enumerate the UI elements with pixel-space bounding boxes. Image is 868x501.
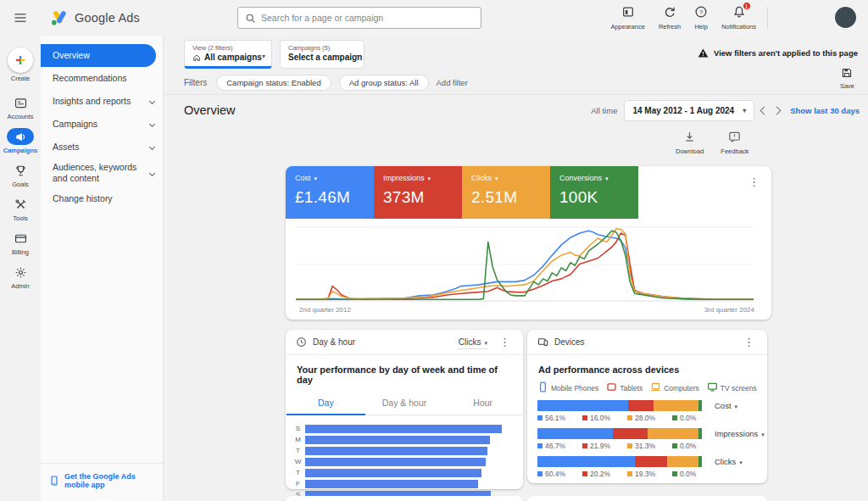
menu-button[interactable] — [0, 10, 41, 25]
metric-tile-cost[interactable]: Cost£1.46M — [286, 166, 374, 219]
add-filter-button[interactable]: Add filter — [437, 78, 469, 87]
appearance-icon — [621, 5, 635, 22]
view-select-value: All campaigns — [204, 53, 262, 62]
devices-stacked-bars: Cost56.1%16.0%28.0%0.0%Impressions46.7%2… — [527, 400, 767, 478]
download-button[interactable]: Download — [676, 131, 704, 155]
phone-icon — [537, 381, 548, 394]
tab-day-hour[interactable]: Day & hour — [365, 392, 444, 415]
day-bar-row: F — [293, 478, 509, 489]
devices-card-title: Devices — [554, 337, 585, 347]
goals-icon — [7, 162, 34, 179]
sidebar-item-change-history[interactable]: Change history — [41, 187, 163, 210]
legend-swatch — [627, 443, 632, 448]
rail-item-tools[interactable]: Tools — [0, 196, 41, 222]
day-label: S — [293, 425, 303, 432]
search-input[interactable] — [261, 13, 474, 23]
overflow-menu-button[interactable]: ⋮ — [497, 335, 513, 349]
device-metric-select[interactable]: Cost — [715, 401, 737, 410]
rail-item-campaigns[interactable]: Campaigns — [0, 128, 41, 154]
previous-range-button[interactable] — [760, 107, 769, 115]
legend-item-tablets[interactable]: Tablets — [606, 381, 643, 394]
legend-label: TV screens — [721, 384, 757, 392]
metric-tile-clicks[interactable]: Clicks2.51M — [462, 166, 550, 219]
topbar-actions: AppearanceRefresh?Help1Notifications — [610, 5, 756, 31]
sidebar-item-assets[interactable]: Assets — [41, 136, 163, 159]
device-row-cost: Cost56.1%16.0%28.0%0.0% — [537, 400, 757, 422]
sidebar-item-campaigns[interactable]: Campaigns — [41, 113, 163, 136]
device-row-clicks: Clicks60.4%20.2%19.3%0.0% — [537, 456, 757, 478]
view-select[interactable]: View (2 filters) All campaigns ▾ — [184, 40, 272, 69]
help-button[interactable]: ?Help — [694, 5, 708, 31]
tab-hour[interactable]: Hour — [443, 392, 522, 415]
day-bar[interactable] — [305, 469, 481, 477]
sidebar-item-audiences-keywords-and-content[interactable]: Audiences, keywords and content — [41, 159, 163, 187]
feedback-label: Feedback — [721, 148, 748, 155]
mobile-app-link[interactable]: Get the Google Ads mobile app — [41, 463, 163, 501]
stacked-bar — [537, 428, 705, 439]
metric-tile-impressions[interactable]: Impressions373M — [374, 166, 462, 219]
day-bar[interactable] — [305, 458, 486, 466]
rail-item-admin[interactable]: Admin — [0, 264, 41, 290]
filter-chip[interactable]: Campaign status: Enabled — [216, 75, 331, 91]
legend-swatch — [537, 415, 542, 420]
overflow-menu-button[interactable]: ⋮ — [745, 175, 763, 189]
day-bar[interactable] — [305, 425, 502, 433]
bar-segment-mobile-phones — [537, 428, 613, 439]
topbar-divider — [767, 7, 768, 29]
legend-item-computers[interactable]: Computers — [650, 381, 699, 394]
overflow-menu-button[interactable]: ⋮ — [741, 335, 757, 349]
accounts-icon — [7, 94, 34, 111]
refresh-button[interactable]: Refresh — [659, 5, 681, 31]
device-metric-select[interactable]: Clicks — [715, 457, 743, 466]
metric-select-dropdown[interactable]: Clicks — [458, 336, 488, 349]
bar-segment-tablets — [635, 456, 667, 467]
filter-chip[interactable]: Ad group status: All — [339, 75, 429, 91]
legend-item-mobile-phones[interactable]: Mobile Phones — [537, 381, 598, 394]
save-button[interactable]: Save — [840, 67, 854, 90]
sidebar-item-insights-and-reports[interactable]: Insights and reports — [41, 90, 163, 113]
device-metric-select[interactable]: Impressions — [715, 429, 765, 438]
next-card-top-edge — [286, 496, 523, 501]
rail-item-label: Goals — [0, 181, 41, 188]
tools-icon — [7, 196, 34, 213]
sidebar-item-recommendations[interactable]: Recommendations — [41, 67, 163, 90]
rail-item-billing[interactable]: Billing — [0, 230, 41, 256]
campaign-select-value: Select a campaign — [288, 53, 362, 62]
sidebar-item-overview[interactable]: Overview — [41, 44, 156, 67]
metric-label: Impressions — [383, 174, 453, 182]
day-of-week-bar-chart: SMTWTFS — [286, 415, 523, 500]
global-search[interactable] — [237, 7, 481, 29]
rail-item-goals[interactable]: Goals — [0, 162, 41, 188]
device-stat-value: 56.1% — [545, 414, 565, 422]
line-series-impressions — [296, 233, 754, 299]
appearance-button[interactable]: Appearance — [610, 5, 644, 31]
rail-item-accounts[interactable]: Accounts — [0, 94, 41, 120]
day-bar[interactable] — [305, 436, 490, 444]
tab-day[interactable]: Day — [287, 392, 365, 415]
metric-tile-conversions[interactable]: Conversions100K — [550, 166, 638, 219]
notifications-button[interactable]: 1Notifications — [721, 5, 756, 31]
rail-item-create[interactable]: Create — [0, 47, 41, 82]
day-bar-row: M — [293, 434, 509, 445]
device-stat: 0.0% — [672, 442, 717, 450]
x-axis-labels: 2nd quarter 2012 3rd quarter 2024 — [299, 306, 754, 314]
device-stat: 16.0% — [582, 414, 627, 422]
day-bar[interactable] — [305, 447, 487, 455]
sidebar-item-label: Insights and reports — [53, 96, 131, 107]
chevron-down-icon — [149, 121, 155, 127]
show-last-30-days-link[interactable]: Show last 30 days — [790, 106, 860, 115]
rail-item-label: Billing — [0, 248, 41, 256]
campaigns-icon — [7, 128, 34, 145]
campaign-select[interactable]: Campaigns (5) Select a campaign ▾ — [280, 40, 364, 69]
create-button[interactable] — [8, 47, 33, 73]
day-label: T — [293, 447, 303, 454]
next-range-button[interactable] — [773, 107, 782, 115]
legend-item-tv-screens[interactable]: TV screens — [707, 381, 757, 394]
laptop-icon — [650, 381, 661, 394]
feedback-button[interactable]: Feedback — [721, 131, 748, 155]
day-bar[interactable] — [305, 480, 478, 488]
metric-label: Clicks — [471, 174, 541, 182]
account-avatar[interactable] — [835, 7, 856, 28]
date-range-picker[interactable]: 14 May 2012 - 1 Aug 2024 ▾ — [624, 100, 754, 121]
google-ads-logo-icon — [49, 9, 68, 26]
